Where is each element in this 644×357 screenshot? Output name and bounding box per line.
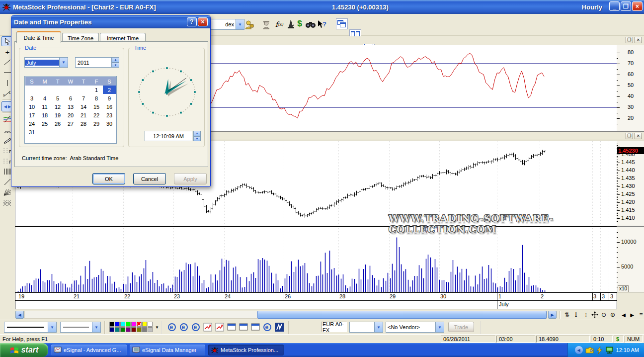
volume-pane[interactable] (15, 226, 617, 292)
palette-swatch[interactable] (148, 327, 153, 332)
cascade-windows-icon[interactable] (336, 18, 348, 29)
time-field[interactable]: 12:10:09 AM (145, 131, 192, 141)
refresh-icon[interactable]: ⇅ (563, 310, 571, 319)
calendar-day[interactable]: 20 (64, 111, 77, 119)
gann-fan-tool[interactable] (1, 187, 13, 197)
tray-lightning-icon[interactable] (596, 347, 603, 354)
calendar-day[interactable]: 12 (51, 102, 64, 111)
ole-server-icon[interactable] (242, 18, 255, 31)
year-spinner[interactable]: 2011 ▲▼ (75, 57, 119, 68)
scroll-right-icon[interactable]: ▶ (548, 311, 557, 319)
calendar-day[interactable]: 2 (103, 86, 116, 94)
tray-network-icon[interactable] (605, 347, 614, 354)
browser-icon[interactable]: e (166, 321, 177, 333)
spin-down-icon[interactable]: ▼ (193, 136, 201, 142)
chevron-down-icon[interactable]: ▼ (59, 58, 68, 67)
dialog-help-button[interactable]: ? (187, 17, 197, 26)
spin-up-icon[interactable]: ▲ (193, 131, 201, 136)
palette-dropdown-icon[interactable]: ▼ (155, 325, 159, 330)
palette-swatch[interactable] (120, 327, 125, 332)
time-spinner[interactable]: ▲▼ (193, 131, 201, 141)
calendar-day[interactable]: 15 (90, 102, 103, 111)
palette-swatch[interactable] (109, 327, 114, 332)
spin-up-icon[interactable]: ▲ (112, 57, 119, 63)
open-chart-icon[interactable] (214, 321, 225, 333)
chart-scrollbar-thumb[interactable] (257, 311, 547, 319)
browser-icon[interactable]: e (178, 321, 189, 333)
chevron-down-icon[interactable]: ▼ (374, 322, 383, 332)
calendar-day[interactable]: 19 (51, 111, 64, 119)
start-button[interactable]: start (0, 343, 48, 357)
calendar-day[interactable]: 23 (103, 111, 116, 119)
cancel-button[interactable]: Cancel (133, 173, 166, 184)
year-value[interactable]: 2011 (75, 57, 112, 68)
close-button[interactable]: × (632, 1, 643, 11)
tray-collapse-icon[interactable]: ◀ (575, 346, 583, 354)
calendar-day[interactable]: 17 (25, 111, 38, 119)
calendar-day[interactable]: 30 (103, 119, 116, 128)
calendar-day[interactable]: 9 (103, 94, 116, 102)
interval-combo[interactable]: ▼ (349, 322, 383, 333)
palette-swatch[interactable] (137, 322, 142, 327)
palette-swatch[interactable] (148, 322, 153, 327)
hatch-pattern-tool[interactable] (1, 198, 13, 208)
scroll-left-icon[interactable]: ◀ (15, 311, 24, 319)
calendar-day[interactable]: 6 (64, 94, 77, 102)
calendar-day[interactable]: 18 (38, 111, 51, 119)
text-cursor-icon[interactable]: I (571, 310, 580, 319)
taskbar-item-esignal[interactable]: eSignal - Advanced G... (51, 345, 127, 356)
calendar-day[interactable]: 10 (25, 102, 38, 111)
calendar-day[interactable]: 29 (90, 119, 103, 128)
zoom-out-icon[interactable]: ⊖ (599, 310, 608, 319)
restore-button[interactable]: ❐ (621, 1, 631, 11)
palette-swatch[interactable] (126, 322, 131, 327)
calendar-day[interactable]: 31 (25, 128, 38, 136)
price-restore-icon[interactable]: ❐ (626, 133, 633, 139)
chevron-down-icon[interactable]: ▼ (48, 322, 56, 332)
minimize-button[interactable]: _ (609, 1, 620, 11)
symbol-box[interactable]: EUR A0-FX (321, 322, 347, 332)
chart-menu-icon[interactable]: ≡ (637, 310, 644, 319)
taskbar-item-esignal-dm[interactable]: eSignal Data Manager (130, 345, 205, 356)
window-layout-icon[interactable] (249, 321, 261, 333)
indicator-restore-icon[interactable]: ❐ (626, 37, 633, 43)
month-combo[interactable]: July ▼ (24, 57, 68, 68)
calendar-day[interactable]: 28 (77, 119, 90, 128)
indicator-close-icon[interactable]: × (635, 37, 642, 43)
taskbar-item-metastock[interactable]: MetaStock Profession... (208, 345, 284, 356)
calendar-day[interactable]: 24 (25, 119, 38, 128)
new-chart-icon[interactable] (202, 321, 213, 333)
next-icon[interactable]: ▶ (628, 310, 637, 319)
palette-swatch[interactable] (142, 322, 147, 327)
zoom-in-icon[interactable]: ⊕ (608, 310, 617, 319)
calendar-day[interactable]: 26 (51, 119, 64, 128)
calendar-day[interactable]: 4 (38, 94, 51, 102)
trade-button[interactable]: Trade (448, 322, 474, 332)
palette-swatch[interactable] (142, 327, 147, 332)
price-close-icon[interactable]: × (635, 133, 642, 139)
calendar-day[interactable]: 11 (38, 102, 51, 111)
palette-swatch[interactable] (131, 327, 136, 332)
palette-swatch[interactable] (120, 322, 125, 327)
calendar-day[interactable]: 8 (90, 94, 103, 102)
context-help-icon[interactable]: ? (315, 18, 328, 31)
spin-down-icon[interactable]: ▼ (112, 63, 119, 68)
calendar-day[interactable]: 13 (64, 102, 77, 111)
tray-folder-icon[interactable] (585, 347, 594, 354)
symbol-combo[interactable]: dex ▼ (211, 19, 244, 30)
palette-swatch[interactable] (131, 322, 136, 327)
line-weight-combo[interactable]: ▼ (4, 322, 57, 333)
vendor-combo[interactable]: <No Vendor> ▼ (386, 322, 444, 333)
calendar-day[interactable]: 22 (90, 111, 103, 119)
chevron-down-icon[interactable]: ▼ (435, 322, 444, 332)
palette-swatch[interactable] (115, 322, 120, 327)
pan-icon[interactable] (590, 310, 599, 319)
calendar-day[interactable]: 16 (103, 102, 116, 111)
browser-icon[interactable]: e (261, 321, 273, 333)
tab-date-time[interactable]: Date & Time (16, 31, 61, 43)
window-layout-icon[interactable] (226, 321, 237, 333)
expert-advisor-icon[interactable] (260, 18, 273, 31)
calendar-day[interactable]: 25 (38, 119, 51, 128)
dialog-close-button[interactable]: × (198, 17, 208, 26)
palette-swatch[interactable] (137, 327, 142, 332)
